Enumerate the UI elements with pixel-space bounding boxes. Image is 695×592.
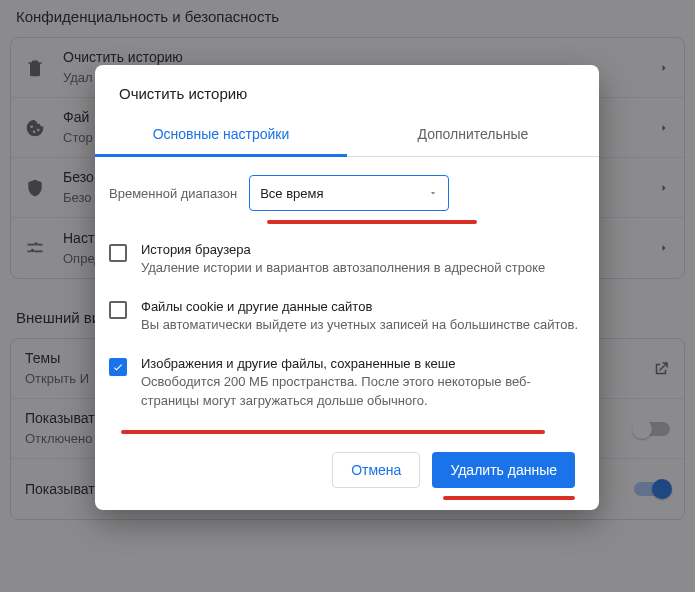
time-range-label: Временной диапазон (109, 186, 237, 201)
checkbox-cookies[interactable] (109, 301, 127, 319)
option-cookies-title: Файлы cookie и другие данные сайтов (141, 299, 578, 314)
option-cache-title: Изображения и другие файлы, сохраненные … (141, 356, 585, 371)
dialog-body: Временной диапазон Все время История бра… (95, 157, 599, 452)
option-cookies[interactable]: Файлы cookie и другие данные сайтов Вы а… (109, 291, 585, 348)
time-range-value: Все время (260, 186, 323, 201)
option-cookies-desc: Вы автоматически выйдете из учетных запи… (141, 316, 578, 334)
annotation-underline (121, 430, 545, 434)
tab-basic[interactable]: Основные настройки (95, 116, 347, 157)
checkbox-history[interactable] (109, 244, 127, 262)
option-history-desc: Удаление истории и вариантов автозаполне… (141, 259, 545, 277)
cancel-button[interactable]: Отмена (332, 452, 420, 488)
check-icon (112, 361, 124, 373)
annotation-underline (267, 220, 477, 224)
option-history-title: История браузера (141, 242, 545, 257)
delete-data-button[interactable]: Удалить данные (432, 452, 575, 488)
tab-advanced[interactable]: Дополнительные (347, 116, 599, 156)
dropdown-caret-icon (428, 188, 438, 198)
time-range-row: Временной диапазон Все время (109, 175, 585, 219)
option-cache-desc: Освободится 200 МБ пространства. После э… (141, 373, 585, 409)
clear-history-dialog: Очистить историю Основные настройки Допо… (95, 65, 599, 510)
dialog-tabs: Основные настройки Дополнительные (95, 116, 599, 157)
time-range-select[interactable]: Все время (249, 175, 449, 211)
annotation-underline (443, 496, 575, 500)
dialog-title: Очистить историю (95, 65, 599, 116)
option-history[interactable]: История браузера Удаление истории и вари… (109, 234, 585, 291)
checkbox-cache[interactable] (109, 358, 127, 376)
option-cache[interactable]: Изображения и другие файлы, сохраненные … (109, 348, 585, 423)
dialog-actions: Отмена Удалить данные (95, 452, 599, 494)
